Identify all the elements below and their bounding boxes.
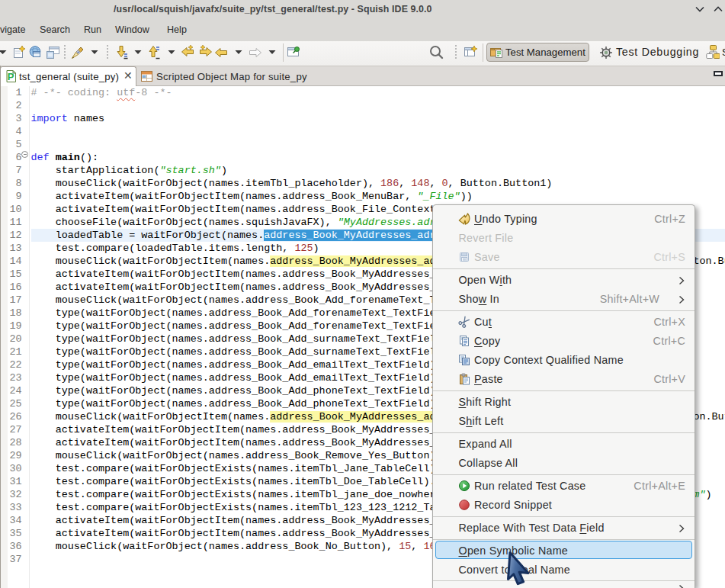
svg-text:P: P [8, 71, 14, 82]
